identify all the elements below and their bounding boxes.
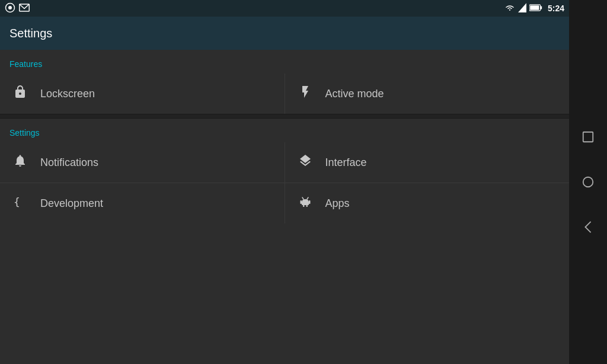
apps-label: Apps <box>325 197 350 210</box>
apps-menu-item[interactable]: Apps <box>285 183 570 223</box>
app-bar-title: Settings <box>9 27 52 40</box>
android-icon <box>295 194 316 212</box>
settings-section-header: Settings <box>0 119 569 142</box>
notifications-menu-item[interactable]: Notifications <box>0 142 285 183</box>
notifications-label: Notifications <box>40 157 98 169</box>
development-label: Development <box>40 197 103 210</box>
development-menu-item[interactable]: { } Development <box>0 183 285 223</box>
svg-point-1 <box>8 6 12 9</box>
layers-icon <box>295 154 316 171</box>
svg-point-17 <box>583 177 593 187</box>
code-icon: { } <box>9 194 31 212</box>
status-bar: 5:24 <box>0 0 569 17</box>
app-bar: Settings <box>0 17 569 50</box>
svg-rect-12 <box>303 205 305 207</box>
settings-row-2: { } Development <box>0 183 569 223</box>
svg-rect-5 <box>541 6 542 9</box>
status-time: 5:24 <box>548 4 564 13</box>
status-left-icons <box>5 2 30 15</box>
svg-rect-13 <box>306 205 308 207</box>
svg-line-10 <box>302 197 304 199</box>
lockscreen-menu-item[interactable]: Lockscreen <box>0 74 285 114</box>
lock-icon <box>9 85 31 103</box>
interface-menu-item[interactable]: Interface <box>285 142 570 183</box>
interface-label: Interface <box>325 157 367 169</box>
battery-icon <box>529 4 542 14</box>
active-mode-label: Active mode <box>325 88 384 100</box>
svg-rect-14 <box>300 200 302 204</box>
notification-dot-icon <box>5 2 15 15</box>
main-area: 5:24 Settings Features Lockscreen <box>0 0 569 364</box>
features-section: Features Lockscreen Active mode <box>0 50 569 114</box>
features-row: Lockscreen Active mode <box>0 74 569 114</box>
svg-marker-3 <box>518 3 526 12</box>
bell-icon <box>9 154 31 171</box>
bolt-icon <box>295 85 316 103</box>
svg-text:{ }: { } <box>14 196 27 208</box>
svg-rect-6 <box>530 5 539 10</box>
svg-line-11 <box>307 197 308 199</box>
svg-rect-16 <box>583 132 593 142</box>
nav-bar <box>569 0 607 364</box>
wifi-icon <box>504 4 515 14</box>
settings-row-1: Notifications Interface <box>0 142 569 183</box>
section-divider <box>0 114 569 119</box>
features-section-header: Features <box>0 50 569 74</box>
email-icon <box>19 4 30 14</box>
signal-icon <box>518 3 526 14</box>
settings-section: Settings Notifications Interface <box>0 119 569 223</box>
square-button[interactable] <box>577 126 599 148</box>
circle-button[interactable] <box>577 171 599 193</box>
active-mode-menu-item[interactable]: Active mode <box>285 74 570 114</box>
status-right-icons: 5:24 <box>504 3 564 14</box>
lockscreen-label: Lockscreen <box>40 88 95 100</box>
svg-rect-15 <box>309 200 311 204</box>
back-button[interactable] <box>577 216 599 238</box>
